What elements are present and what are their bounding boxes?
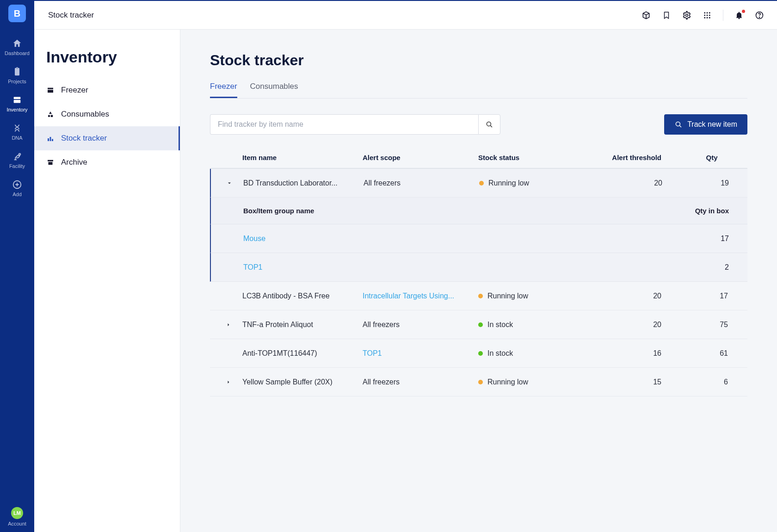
subnav-item-freezer[interactable]: Freezer bbox=[34, 78, 180, 102]
svg-point-8 bbox=[704, 14, 705, 16]
tab-consumables[interactable]: Consumables bbox=[250, 82, 298, 98]
svg-point-5 bbox=[704, 12, 705, 13]
search-input[interactable] bbox=[210, 114, 478, 135]
svg-point-25 bbox=[487, 122, 491, 126]
rail-label: Account bbox=[8, 521, 26, 526]
subnav-item-consumables[interactable]: Consumables bbox=[34, 102, 180, 126]
bell-icon[interactable] bbox=[734, 11, 744, 20]
gear-icon[interactable] bbox=[682, 11, 691, 20]
status-dot-icon bbox=[478, 380, 483, 384]
rail-label: Facility bbox=[9, 163, 25, 169]
subnav-item-archive[interactable]: Archive bbox=[34, 150, 180, 174]
sub-row-qty: 2 bbox=[673, 263, 752, 272]
cell-qty: 61 bbox=[672, 349, 751, 358]
sub-row[interactable]: TOP12 bbox=[210, 253, 747, 282]
search-button[interactable] bbox=[478, 114, 500, 135]
bar-chart-icon bbox=[46, 134, 55, 142]
svg-point-15 bbox=[759, 17, 759, 17]
cell-item-name: TNF-a Protein Aliquot bbox=[242, 321, 363, 329]
apps-grid-icon[interactable] bbox=[703, 11, 712, 20]
status-label: In stock bbox=[487, 321, 513, 329]
table-row[interactable]: Yellow Sample Buffer (20X)All freezersRu… bbox=[210, 368, 747, 396]
sub-row-name[interactable]: TOP1 bbox=[243, 263, 364, 272]
status-dot-icon bbox=[479, 181, 484, 186]
brand-logo[interactable]: B bbox=[8, 5, 26, 22]
rail-item-dashboard[interactable]: Dashboard bbox=[0, 33, 34, 62]
cell-item-name: BD Transduction Laborator... bbox=[243, 179, 364, 187]
sub-row-name[interactable]: Mouse bbox=[243, 235, 364, 243]
avatar-initials: LM bbox=[13, 510, 21, 516]
toolbar: Track new item bbox=[210, 114, 747, 135]
help-icon[interactable] bbox=[755, 11, 764, 20]
svg-rect-22 bbox=[52, 139, 53, 142]
rail-item-inventory[interactable]: Inventory bbox=[0, 90, 34, 118]
expand-icon[interactable] bbox=[215, 322, 242, 328]
svg-rect-0 bbox=[14, 97, 21, 99]
rail-label: Inventory bbox=[6, 107, 27, 112]
collapse-icon[interactable] bbox=[216, 180, 243, 186]
rail-label: Dashboard bbox=[5, 50, 30, 56]
cell-qty: 19 bbox=[673, 179, 752, 187]
archive-icon bbox=[46, 158, 55, 167]
svg-point-7 bbox=[709, 12, 710, 13]
col-alert-threshold: Alert threshold bbox=[580, 154, 672, 161]
cell-stock-status: Running low bbox=[478, 378, 580, 386]
status-dot-icon bbox=[478, 294, 483, 298]
cell-alert-scope[interactable]: TOP1 bbox=[363, 349, 478, 358]
rail-label: DNA bbox=[12, 135, 22, 141]
cell-threshold: 20 bbox=[581, 179, 673, 187]
rail-item-facility[interactable]: Facility bbox=[0, 146, 34, 174]
subnav-item-stock-tracker[interactable]: Stock tracker bbox=[34, 126, 180, 150]
status-label: Running low bbox=[488, 179, 529, 187]
rail-item-account[interactable]: LM Account bbox=[0, 502, 34, 532]
table-row[interactable]: BD Transduction Laborator...All freezers… bbox=[210, 169, 747, 198]
rail-item-projects[interactable]: Projects bbox=[0, 62, 34, 90]
shapes-icon bbox=[46, 110, 55, 118]
cell-qty: 75 bbox=[672, 321, 751, 329]
svg-point-12 bbox=[707, 17, 708, 18]
cell-threshold: 20 bbox=[580, 321, 672, 329]
breadcrumb-title: Stock tracker bbox=[48, 11, 94, 20]
rail-label: Add bbox=[12, 192, 22, 197]
brand-letter: B bbox=[14, 8, 20, 19]
expand-icon[interactable] bbox=[215, 379, 242, 385]
sub-row[interactable]: Mouse17 bbox=[210, 224, 747, 253]
cell-stock-status: Running low bbox=[479, 179, 581, 187]
search-icon bbox=[485, 120, 493, 129]
svg-rect-23 bbox=[48, 160, 53, 161]
table-row[interactable]: LC3B Antibody - BSA FreeIntracellular Ta… bbox=[210, 282, 747, 310]
rail-item-dna[interactable]: DNA bbox=[0, 118, 34, 146]
svg-point-9 bbox=[707, 14, 708, 16]
col-alert-scope: Alert scope bbox=[363, 154, 478, 161]
svg-point-18 bbox=[48, 115, 50, 118]
svg-rect-21 bbox=[50, 137, 51, 141]
table-row[interactable]: Anti-TOP1MT(116447)TOP1In stock1661 bbox=[210, 339, 747, 368]
cell-alert-scope: All freezers bbox=[363, 378, 478, 386]
tab-label: Freezer bbox=[210, 82, 237, 91]
status-label: In stock bbox=[487, 349, 513, 358]
sub-nav: Inventory Freezer Consumables Stock trac… bbox=[34, 30, 180, 532]
track-new-item-button[interactable]: Track new item bbox=[664, 114, 747, 135]
search-group bbox=[210, 114, 500, 135]
bookmark-icon[interactable] bbox=[662, 11, 671, 20]
status-label: Running low bbox=[487, 292, 528, 300]
home-icon bbox=[12, 38, 23, 49]
cell-item-name: LC3B Antibody - BSA Free bbox=[242, 292, 363, 300]
tab-freezer[interactable]: Freezer bbox=[210, 82, 237, 98]
svg-rect-24 bbox=[50, 163, 51, 163]
table-row[interactable]: TNF-a Protein AliquotAll freezersIn stoc… bbox=[210, 310, 747, 339]
cell-alert-scope[interactable]: Intracellular Targets Using... bbox=[363, 292, 478, 300]
cell-threshold: 20 bbox=[580, 292, 672, 300]
svg-point-4 bbox=[686, 14, 688, 16]
sub-row-qty: 17 bbox=[673, 235, 752, 243]
sub-header: Box/Item group nameQty in box bbox=[210, 198, 747, 224]
cell-item-name: Yellow Sample Buffer (20X) bbox=[242, 378, 363, 386]
inventory-icon bbox=[12, 94, 23, 105]
svg-point-6 bbox=[707, 12, 708, 13]
rail-item-add[interactable]: Add bbox=[0, 174, 34, 203]
cell-stock-status: In stock bbox=[478, 321, 580, 329]
box-icon[interactable] bbox=[641, 11, 651, 20]
svg-point-26 bbox=[676, 122, 680, 126]
cell-stock-status: In stock bbox=[478, 349, 580, 358]
svg-rect-16 bbox=[48, 88, 53, 89]
